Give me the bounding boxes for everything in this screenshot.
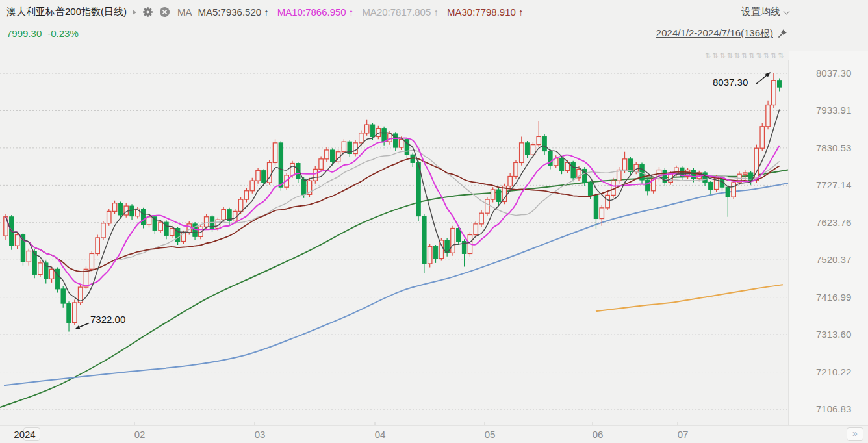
candle-body <box>428 246 431 264</box>
candle-body <box>38 263 42 275</box>
candle-body <box>313 169 317 181</box>
candle-body <box>388 134 392 142</box>
candle-body <box>394 134 398 147</box>
candle-body <box>485 199 489 213</box>
candle-body <box>766 105 770 127</box>
candle-body <box>15 235 19 246</box>
y-axis-label: 8037.30 <box>816 68 864 79</box>
candle-body <box>496 190 500 201</box>
candle-body <box>342 142 346 152</box>
candle-body <box>520 143 524 163</box>
candle-body <box>628 159 632 171</box>
x-axis-label-04: 04 <box>375 429 386 440</box>
y-axis-label: 7416.99 <box>816 292 864 303</box>
candle-body <box>703 173 707 182</box>
candle-body <box>778 81 782 87</box>
candle-body <box>130 206 134 216</box>
candle-body <box>301 179 305 194</box>
candle-body <box>205 217 209 227</box>
candle-body <box>433 246 437 258</box>
candle-body <box>559 158 563 171</box>
candle-body <box>439 240 443 259</box>
candle-body <box>571 162 575 177</box>
candle-body <box>772 81 776 105</box>
candle-body <box>565 162 569 170</box>
candle-body <box>525 143 529 155</box>
candle-body <box>353 143 357 154</box>
stock-chart-app: 澳大利亚标普200指数(日线) MA MA5:7936.520 ↑MA10:78… <box>0 0 868 443</box>
candle-body <box>256 171 260 181</box>
candle-body <box>714 177 718 190</box>
y-axis-label: 7520.37 <box>816 254 864 265</box>
candle-body <box>606 195 609 207</box>
y-axis-label: 7933.91 <box>816 105 864 116</box>
candle-body <box>290 164 294 175</box>
candle-body <box>107 211 111 223</box>
candle-body <box>96 238 99 253</box>
candle-body <box>364 125 368 133</box>
x-axis-label-05: 05 <box>485 429 496 440</box>
low-annotation-arrowhead <box>75 325 81 329</box>
candle-body <box>325 150 329 159</box>
candle-body <box>600 208 604 219</box>
candle-body <box>588 183 592 195</box>
candle-body <box>370 125 374 136</box>
long-ma-orange <box>596 285 783 311</box>
candle-body <box>474 224 478 235</box>
candle-body <box>49 269 53 279</box>
candle-body <box>732 183 735 197</box>
candle-body <box>542 136 546 151</box>
candle-body <box>73 303 77 323</box>
candle-body <box>170 229 174 236</box>
scroll-right-button[interactable]: » <box>847 427 863 441</box>
candle-body <box>743 173 747 174</box>
x-axis-label-07: 07 <box>678 429 689 440</box>
candle-body <box>27 251 31 262</box>
candle-body <box>451 229 455 253</box>
x-axis-label-03: 03 <box>255 429 266 440</box>
candle-body <box>422 216 426 264</box>
candle-body <box>537 136 541 144</box>
y-axis-label: 7210.22 <box>816 366 864 377</box>
candlestick-chart[interactable] <box>0 0 868 443</box>
candle-body <box>141 209 145 225</box>
candle-body <box>147 217 151 225</box>
candle-body <box>262 171 266 183</box>
low-annotation-arrow <box>79 323 89 328</box>
x-axis-label-2024: 2024 <box>14 429 35 440</box>
candle-body <box>594 195 598 218</box>
candle-body <box>61 289 65 303</box>
y-axis-label: 7106.83 <box>816 403 864 414</box>
candle-body <box>508 177 512 186</box>
candle-body <box>273 143 277 163</box>
candle-body <box>118 203 122 215</box>
candle-body <box>319 159 323 170</box>
x-axis-label-06: 06 <box>593 429 604 440</box>
candle-body <box>67 303 71 322</box>
candle-body <box>611 181 615 195</box>
candle-body <box>709 182 713 189</box>
candle-body <box>491 190 495 199</box>
high-annotation: 8037.30 <box>713 77 748 88</box>
candle-body <box>90 253 94 269</box>
candle-body <box>622 159 626 170</box>
candle-body <box>159 222 162 231</box>
candle-body <box>112 203 116 212</box>
candle-body <box>101 223 105 238</box>
candle-body <box>238 199 242 211</box>
candle-body <box>479 213 483 224</box>
candle-body <box>382 129 386 142</box>
y-axis-label: 7623.76 <box>816 217 864 228</box>
candle-body <box>250 181 254 191</box>
candle-body <box>754 148 758 181</box>
candle-body <box>646 180 650 191</box>
candle-body <box>359 133 363 143</box>
x-axis-label-02: 02 <box>134 429 146 440</box>
candle-body <box>399 139 403 147</box>
candle-body <box>222 210 225 220</box>
y-axis-label: 7727.14 <box>816 179 864 190</box>
candle-body <box>331 150 335 162</box>
candle-body <box>244 191 248 199</box>
high-annotation-arrow <box>756 75 767 84</box>
low-annotation: 7322.00 <box>90 314 125 325</box>
